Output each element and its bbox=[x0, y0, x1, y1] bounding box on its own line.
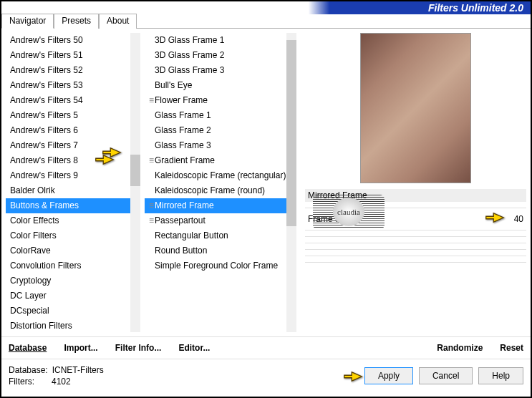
category-item[interactable]: Andrew's Filters 53 bbox=[6, 78, 130, 93]
filter-item[interactable]: 3D Glass Frame 1 bbox=[145, 33, 286, 48]
title-bar: Filters Unlimited 2.0 bbox=[1, 1, 531, 14]
category-item[interactable]: DC Layer bbox=[6, 288, 130, 304]
filters-count-value: 4102 bbox=[52, 377, 71, 387]
filter-item-label: 3D Glass Frame 1 bbox=[155, 35, 224, 45]
filter-item[interactable]: ≡Mirrored Frame bbox=[145, 198, 286, 213]
filter-item[interactable]: ≡Flower Frame bbox=[145, 93, 286, 108]
link-bar: Database Import... Filter Info... Editor… bbox=[1, 336, 531, 359]
filter-item-label: Round Button bbox=[155, 246, 207, 256]
param-label: Frame Size bbox=[308, 214, 365, 224]
category-list[interactable]: Andrew's Filters 50Andrew's Filters 51An… bbox=[6, 33, 140, 332]
apply-button[interactable]: Apply bbox=[364, 367, 413, 384]
category-item[interactable]: Andrew's Filters 8 bbox=[6, 153, 130, 168]
filter-item-label: Glass Frame 3 bbox=[155, 140, 211, 150]
filter-item-label: Kaleidoscopic Frame (round) bbox=[155, 185, 265, 195]
category-item[interactable]: Convolution Filters bbox=[6, 258, 130, 273]
filter-item-label: Glass Frame 2 bbox=[155, 125, 211, 135]
filter-item-label: 3D Glass Frame 3 bbox=[155, 65, 224, 75]
param-value: 40 bbox=[505, 214, 523, 224]
category-item[interactable]: Cryptology bbox=[6, 273, 130, 288]
editor-link[interactable]: Editor... bbox=[178, 343, 210, 353]
reset-link[interactable]: Reset bbox=[500, 343, 523, 353]
filter-item-label: Simple Foreground Color Frame bbox=[155, 261, 278, 271]
category-item[interactable]: ColorRave bbox=[6, 243, 130, 258]
filter-item[interactable]: Kaleidoscopic Frame (rectangular) bbox=[145, 168, 286, 183]
group-marker-icon: ≡ bbox=[149, 155, 155, 167]
filter-item-label: Passepartout bbox=[155, 215, 205, 225]
tab-bar: Navigator Presets About bbox=[1, 13, 531, 29]
db-label: Database: bbox=[9, 365, 48, 375]
tab-navigator[interactable]: Navigator bbox=[1, 14, 54, 29]
category-item[interactable]: Andrew's Filters 9 bbox=[6, 168, 130, 183]
bottom-bar: Database: ICNET-Filters Filters: 4102 Ap… bbox=[1, 359, 531, 392]
category-column: Andrew's Filters 50Andrew's Filters 51An… bbox=[6, 33, 140, 332]
scrollbar[interactable] bbox=[130, 33, 140, 332]
import-link[interactable]: Import... bbox=[64, 343, 97, 353]
filter-item-label: Bull's Eye bbox=[155, 80, 192, 90]
category-item[interactable]: Color Filters bbox=[6, 228, 130, 243]
filter-item-label: Glass Frame 1 bbox=[155, 110, 211, 120]
preview-column: Mirrored Frame Frame Size 40 bbox=[301, 33, 526, 332]
randomize-link[interactable]: Randomize bbox=[437, 343, 483, 353]
filter-item[interactable]: Rectangular Button bbox=[145, 228, 286, 243]
filter-item-label: Gradient Frame bbox=[155, 155, 215, 165]
filter-item[interactable]: Glass Frame 1 bbox=[145, 108, 286, 123]
scrollbar-thumb[interactable] bbox=[286, 40, 296, 226]
filter-item[interactable]: ≡Passepartout bbox=[145, 213, 286, 228]
filter-item-label: Rectangular Button bbox=[155, 230, 228, 241]
filter-item[interactable]: 3D Glass Frame 2 bbox=[145, 48, 286, 63]
group-marker-icon: ≡ bbox=[149, 200, 155, 212]
category-item[interactable]: Andrew's Filters 7 bbox=[6, 138, 130, 153]
preview-image bbox=[360, 33, 471, 183]
status-info: Database: ICNET-Filters Filters: 4102 bbox=[9, 365, 104, 387]
category-item[interactable]: Buttons & Frames bbox=[6, 198, 130, 213]
filter-item[interactable]: Round Button bbox=[145, 243, 286, 258]
filter-info-link[interactable]: Filter Info... bbox=[115, 343, 162, 353]
filter-item[interactable]: Simple Foreground Color Frame bbox=[145, 258, 286, 273]
cancel-button[interactable]: Cancel bbox=[419, 367, 473, 384]
main-area: Andrew's Filters 50Andrew's Filters 51An… bbox=[1, 29, 531, 336]
filters-count-label: Filters: bbox=[9, 377, 34, 387]
tab-about[interactable]: About bbox=[99, 14, 137, 29]
tab-presets[interactable]: Presets bbox=[54, 14, 99, 29]
current-filter-name: Mirrored Frame bbox=[308, 190, 367, 200]
filter-item[interactable]: Bull's Eye bbox=[145, 78, 286, 93]
category-item[interactable]: Balder Olrik bbox=[6, 183, 130, 198]
filter-item[interactable]: ≡Gradient Frame bbox=[145, 153, 286, 168]
filter-list[interactable]: 3D Glass Frame 13D Glass Frame 23D Glass… bbox=[145, 33, 296, 332]
scrollbar[interactable] bbox=[286, 33, 296, 332]
app-title: Filters Unlimited 2.0 bbox=[428, 1, 523, 14]
filter-item[interactable]: Glass Frame 2 bbox=[145, 123, 286, 138]
filter-item-label: Flower Frame bbox=[155, 95, 208, 105]
filter-column: 3D Glass Frame 13D Glass Frame 23D Glass… bbox=[145, 33, 296, 332]
group-marker-icon: ≡ bbox=[149, 215, 155, 227]
filter-item[interactable]: Kaleidoscopic Frame (round) bbox=[145, 183, 286, 198]
category-item[interactable]: Color Effects bbox=[6, 213, 130, 228]
filter-item-label: Kaleidoscopic Frame (rectangular) bbox=[155, 170, 286, 180]
param-row: Frame Size 40 bbox=[305, 211, 526, 227]
filter-item-label: Mirrored Frame bbox=[155, 200, 214, 210]
help-button[interactable]: Help bbox=[478, 367, 523, 384]
filter-item-label: 3D Glass Frame 2 bbox=[155, 50, 224, 60]
database-link[interactable]: Database bbox=[9, 343, 47, 353]
scrollbar-thumb[interactable] bbox=[130, 155, 140, 186]
category-item[interactable]: Andrew's Filters 50 bbox=[6, 33, 130, 48]
pointer-hand-icon bbox=[343, 369, 363, 384]
category-item[interactable]: Andrew's Filters 5 bbox=[6, 108, 130, 123]
category-item[interactable]: Andrew's Filters 6 bbox=[6, 123, 130, 138]
filter-item[interactable]: Glass Frame 3 bbox=[145, 138, 286, 153]
category-item[interactable]: Andrew's Filters 52 bbox=[6, 63, 130, 78]
db-value: ICNET-Filters bbox=[52, 365, 104, 375]
category-item[interactable]: DCspecial bbox=[6, 304, 130, 319]
filter-item[interactable]: 3D Glass Frame 3 bbox=[145, 63, 286, 78]
category-item[interactable]: Andrew's Filters 54 bbox=[6, 93, 130, 108]
category-item[interactable]: Distortion Filters bbox=[6, 319, 130, 332]
category-item[interactable]: Andrew's Filters 51 bbox=[6, 48, 130, 63]
window: Filters Unlimited 2.0 Navigator Presets … bbox=[0, 0, 532, 398]
filter-name-bar: Mirrored Frame bbox=[305, 189, 526, 202]
group-marker-icon: ≡ bbox=[149, 94, 155, 107]
param-slider[interactable] bbox=[369, 213, 500, 225]
